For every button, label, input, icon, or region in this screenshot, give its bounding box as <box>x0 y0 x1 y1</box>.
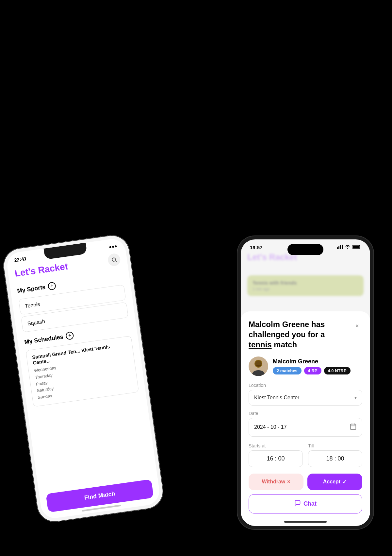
svg-rect-8 <box>353 246 359 248</box>
location-value: Kiest Tennis Center <box>254 395 299 401</box>
modal-title-part1: Malcolm Greene has challenged you for a <box>249 320 325 339</box>
blurred-header-area: Let's Racket Tennis with friends 1 min a… <box>241 252 370 296</box>
svg-point-0 <box>112 258 116 262</box>
player-badges: 2 matches 4 RP 4.0 NTRP <box>273 367 351 374</box>
action-row: Withdraw × Accept ✓ <box>249 474 362 490</box>
starts-at-col: Starts at 16 : 00 <box>249 438 303 467</box>
accept-button[interactable]: Accept ✓ <box>307 474 362 490</box>
accept-label: Accept <box>323 479 340 485</box>
chat-button[interactable]: Chat <box>249 494 362 513</box>
wifi-icon <box>345 245 351 250</box>
my-schedules-label: My Schedules <box>24 333 64 346</box>
withdraw-button[interactable]: Withdraw × <box>249 474 303 490</box>
svg-line-1 <box>115 261 117 262</box>
chat-label: Chat <box>303 500 317 507</box>
till-label: Till <box>308 443 362 448</box>
svg-rect-5 <box>342 245 343 249</box>
battery-icon <box>352 245 361 250</box>
front-phone: 19:57 <box>237 235 374 530</box>
starts-at-value[interactable]: 16 : 00 <box>249 450 303 467</box>
time-row: Starts at 16 : 00 Till 18 : 00 <box>249 438 362 467</box>
badge-rp: 4 RP <box>304 367 321 374</box>
svg-rect-4 <box>340 245 341 249</box>
badge-matches: 2 matches <box>273 367 302 374</box>
accept-icon: ✓ <box>342 479 347 485</box>
chat-icon <box>294 500 301 508</box>
date-value: 2024 - 10 - 17 <box>254 424 287 430</box>
app-title-back: Let's Racket <box>14 261 69 279</box>
add-schedule-button[interactable]: + <box>65 331 74 340</box>
my-sports-label: My Sports <box>17 284 46 294</box>
blurred-card-text: Tennis with friends <box>253 280 358 286</box>
modal-title-sport: tennis <box>249 340 272 349</box>
challenge-modal: Malcolm Greene has challenged you for a … <box>241 311 370 526</box>
svg-point-6 <box>347 248 348 249</box>
time-front: 19:57 <box>250 245 262 250</box>
modal-title-part2: match <box>272 340 297 349</box>
search-button-back[interactable] <box>107 253 121 267</box>
player-avatar <box>249 356 268 376</box>
withdraw-label: Withdraw <box>262 479 285 485</box>
player-info: Malcolm Greene 2 matches 4 RP 4.0 NTRP <box>273 358 351 374</box>
back-phone: 22:41 ●●● Let's Racket My Sports + Tenni… <box>1 233 166 524</box>
player-row: Malcolm Greene 2 matches 4 RP 4.0 NTRP <box>249 356 362 376</box>
svg-rect-3 <box>338 246 339 249</box>
location-label: Location <box>249 383 362 388</box>
front-phone-screen: 19:57 <box>241 239 370 526</box>
modal-title-row: Malcolm Greene has challenged you for a … <box>249 319 362 350</box>
date-label: Date <box>249 411 362 416</box>
blurred-card-sub: 1 min ago <box>253 287 358 291</box>
close-modal-button[interactable]: × <box>352 321 362 331</box>
back-phone-screen: 22:41 ●●● Let's Racket My Sports + Tenni… <box>6 237 161 520</box>
dynamic-island <box>287 244 323 255</box>
location-field[interactable]: Kiest Tennis Center ▾ <box>249 390 362 406</box>
date-field[interactable]: 2024 - 10 - 17 <box>249 418 362 437</box>
signal-icon-back: ●●● <box>108 243 117 249</box>
blurred-recent-card: Tennis with friends 1 min ago <box>247 275 364 296</box>
player-name: Malcolm Greene <box>273 358 351 365</box>
add-sport-button[interactable]: + <box>47 282 56 290</box>
withdraw-icon: × <box>287 479 290 485</box>
badge-ntrp: 4.0 NTRP <box>324 367 351 374</box>
time-back: 22:41 <box>14 256 27 263</box>
modal-title: Malcolm Greene has challenged you for a … <box>249 319 352 350</box>
schedule-item[interactable]: Samuell Grand Ten... Kiest Tennis Cente.… <box>25 336 139 407</box>
svg-rect-12 <box>351 424 356 429</box>
status-icons-back: ●●● <box>108 243 117 249</box>
starts-at-label: Starts at <box>249 443 303 448</box>
chevron-down-icon: ▾ <box>354 395 357 400</box>
till-value[interactable]: 18 : 00 <box>308 450 362 467</box>
calendar-icon <box>350 423 357 432</box>
till-col: Till 18 : 00 <box>308 438 362 467</box>
status-icons-front <box>337 245 361 250</box>
svg-rect-2 <box>337 247 338 249</box>
signal-bars-icon <box>337 245 343 250</box>
home-indicator-front <box>284 521 327 523</box>
